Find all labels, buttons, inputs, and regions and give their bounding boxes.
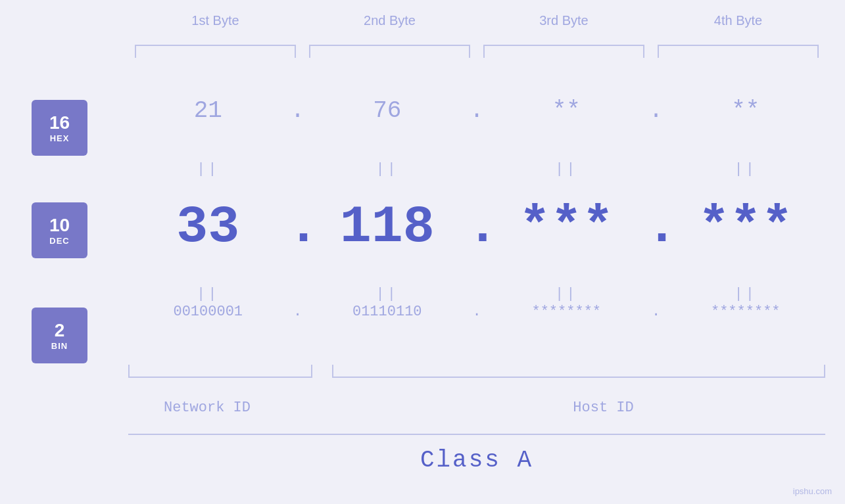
eq-row-2: || || || ||	[128, 286, 825, 302]
hex-byte-1: 21	[128, 97, 288, 124]
hex-byte-2: 76	[308, 97, 468, 124]
hex-dot-1: .	[288, 97, 308, 124]
class-line	[128, 434, 825, 435]
dec-base-num: 10	[49, 215, 70, 236]
hex-base-label: HEX	[50, 133, 70, 143]
hex-base-num: 16	[49, 112, 70, 133]
dec-base-label: DEC	[49, 236, 69, 246]
network-id-label: Network ID	[128, 400, 349, 416]
bottom-brackets	[128, 365, 825, 378]
eq-7: ||	[487, 286, 646, 302]
network-id-text: Network ID	[128, 400, 286, 416]
host-id-text: Host ID	[573, 400, 633, 416]
eq-8: ||	[666, 286, 826, 302]
dec-dot-1: .	[288, 197, 308, 257]
bracket-2	[309, 45, 470, 58]
hex-row: 21 . 76 . ** . **	[128, 97, 825, 124]
dec-byte-2: 118	[308, 197, 468, 257]
col-header-2: 2nd Byte	[302, 13, 477, 28]
dec-byte-1: 33	[128, 197, 288, 257]
bracket-4	[658, 45, 819, 58]
class-label: Class A	[128, 447, 825, 474]
watermark: ipshu.com	[793, 486, 832, 496]
dec-row: 33 . 118 . *** . ***	[128, 197, 825, 257]
host-id-label: Host ID	[381, 400, 825, 416]
bin-byte-4: ********	[666, 304, 826, 320]
hex-byte-3: **	[487, 97, 646, 124]
bin-byte-1: 00100001	[128, 304, 288, 320]
main-container: 1st Byte 2nd Byte 3rd Byte 4th Byte 16 H…	[0, 0, 845, 504]
col-header-1: 1st Byte	[128, 13, 302, 28]
eq-5: ||	[128, 286, 288, 302]
hex-badge: 16 HEX	[32, 100, 87, 156]
column-headers: 1st Byte 2nd Byte 3rd Byte 4th Byte	[128, 13, 825, 28]
hex-byte-4: **	[666, 97, 826, 124]
bin-base-label: BIN	[51, 341, 68, 351]
bracket-3	[483, 45, 644, 58]
eq-row-1: || || || ||	[128, 161, 825, 177]
eq-6: ||	[308, 286, 468, 302]
dec-dot-2: .	[467, 197, 487, 257]
dec-dot-3: .	[646, 197, 666, 257]
bin-dot-3: .	[646, 304, 666, 320]
eq-3: ||	[487, 161, 646, 177]
bracket-network	[128, 365, 312, 378]
dec-byte-4: ***	[666, 197, 826, 257]
bin-byte-3: ********	[487, 304, 646, 320]
bin-byte-2: 01110110	[308, 304, 468, 320]
bin-badge: 2 BIN	[32, 308, 87, 363]
bin-row: 00100001 . 01110110 . ******** . *******…	[128, 304, 825, 320]
bracket-host	[332, 365, 825, 378]
eq-4: ||	[666, 161, 826, 177]
eq-2: ||	[308, 161, 468, 177]
dec-byte-3: ***	[487, 197, 646, 257]
col-header-3: 3rd Byte	[477, 13, 651, 28]
hex-dot-3: .	[646, 97, 666, 124]
hex-dot-2: .	[467, 97, 487, 124]
eq-1: ||	[128, 161, 288, 177]
bracket-1	[135, 45, 296, 58]
top-brackets	[128, 45, 825, 58]
bin-dot-2: .	[467, 304, 487, 320]
bin-dot-1: .	[288, 304, 308, 320]
col-header-4: 4th Byte	[651, 13, 825, 28]
dec-badge: 10 DEC	[32, 202, 87, 258]
bin-base-num: 2	[55, 320, 65, 341]
